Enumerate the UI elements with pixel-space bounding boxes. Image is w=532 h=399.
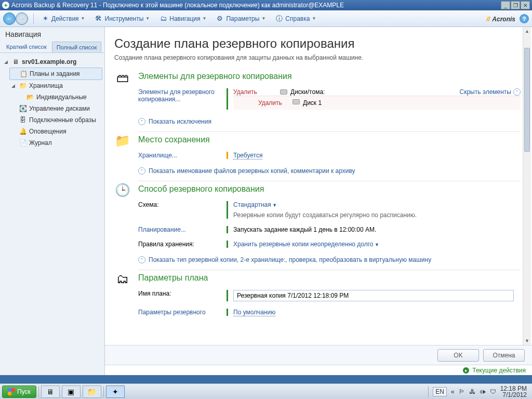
nav-forward-button[interactable]: → [16,12,28,25]
actions-menu[interactable]: ✶ Действия ▼ [39,14,87,24]
scroll-down-icon[interactable]: ▼ [523,337,531,345]
tray-sound-icon[interactable]: 🕪 [480,388,486,395]
tree-label: Планы и задания [30,70,80,77]
vault-icon: 📁 [19,82,27,90]
main-content: Создание плана резервного копирования Со… [105,27,532,375]
gear-icon: ⚙ [216,15,224,23]
page-title: Создание плана резервного копирования [114,36,521,51]
tray-network-icon[interactable]: 🖧 [469,388,475,395]
tree-label: Управление дисками [29,105,90,112]
default-link[interactable]: По умолчанию [233,309,275,316]
vertical-scrollbar[interactable]: ▲ ▼ [523,27,531,345]
minimize-button[interactable]: _ [501,1,510,9]
tools-menu[interactable]: 🛠 Инструменты ▼ [92,14,152,24]
show-backup-type-link[interactable]: ˅ Показать тип резервной копии, 2-е хран… [138,253,521,267]
chevron-down-icon: ▼ [203,16,207,21]
tree-node-plans[interactable]: 📋 Планы и задания [9,68,102,80]
current-tasks-label: Текущие действия [472,367,526,374]
nav-back-button[interactable]: ← [3,12,16,25]
taskbar-acronis-button[interactable]: ✦ [106,385,125,398]
backup-params-link[interactable]: Параметры резервного [138,309,206,316]
section-heading-location: Место сохранения [138,132,521,150]
language-indicator[interactable]: EN [433,387,447,396]
tree-node-individual[interactable]: 📂 Индивидуальные [17,91,102,103]
start-button[interactable]: Пуск [2,385,36,398]
app-icon: ✦ [2,2,9,9]
tree-label: Подключенные образы [29,116,96,124]
tree-node-log[interactable]: 📄 Журнал [9,137,102,149]
taskbar-separator [428,386,429,397]
disk-icon [280,89,287,95]
taskbar-powershell-icon[interactable]: ▣ [62,385,81,398]
scrollbar-thumb[interactable] [524,48,530,152]
help-menu[interactable]: ⓘ Справка ▼ [273,14,318,24]
tray-shield-icon[interactable]: 🛡 [490,388,496,395]
chevron-down-icon: ▼ [81,16,85,21]
plan-name-input[interactable] [233,290,514,301]
tools-label: Инструменты [105,15,144,22]
tab-full-list[interactable]: Полный список [52,42,102,52]
tree-label: Хранилища [29,82,63,89]
tray-expand-icon[interactable]: « [451,388,455,395]
tree-node-vaults[interactable]: ◢ 📁 Хранилища [9,80,102,91]
system-tray: EN « 🏳 🖧 🕪 🛡 12:18 PM 7/1/2012 [428,385,530,398]
tree-node-mounted[interactable]: 🗄 Подключенные образы [9,114,102,126]
taskbar-separator [38,386,39,397]
navigation-menu[interactable]: 🗂 Навигация ▼ [157,14,208,24]
show-backup-type-label: Показать тип резервной копии, 2-е хранил… [149,256,431,263]
start-label: Пуск [17,388,31,395]
navigation-tree: ◢ 🖥 srv01.example.org 📋 Планы и задания … [0,53,104,152]
tree-label: Оповещения [29,128,66,135]
tree-node-alerts[interactable]: 🔔 Оповещения [9,126,102,137]
show-naming-link[interactable]: ˅ Показать именование файлов резервных к… [138,164,521,178]
help-label: Справка [285,15,310,22]
tab-short-list[interactable]: Краткий список [2,42,51,52]
tree-node-disk-mgmt[interactable]: 💽 Управление дисками [9,103,102,114]
section-heading-plan: Параметры плана [138,270,521,288]
tree-root-machine[interactable]: ◢ 🖥 srv01.example.org [2,56,102,68]
restore-button[interactable]: ❐ [511,1,520,9]
folder-icon: 📂 [26,93,34,101]
tree-label: Индивидуальные [36,94,87,101]
options-menu[interactable]: ⚙ Параметры ▼ [214,14,268,24]
items-to-backup-link[interactable]: Элементы для резервного копирования... [138,88,215,103]
ok-button[interactable]: OK [437,349,479,362]
collapse-icon[interactable]: ◢ [4,59,9,64]
status-bar[interactable]: ▸ Текущие действия [105,365,532,375]
schedule-link[interactable]: Планирование... [138,226,186,233]
chevron-down-icon: ˅ [138,256,145,263]
help-button[interactable]: ? [520,14,529,23]
window-title: Acronis Backup & Recovery 11 - Подключен… [11,2,501,9]
vault-link[interactable]: Хранилище... [138,152,177,159]
method-section-icon: 🕒 [114,182,131,198]
close-button[interactable]: ✕ [521,1,530,9]
titlebar: ✦ Acronis Backup & Recovery 11 - Подключ… [0,0,532,10]
schedule-value: Запускать задание каждый 1 день в 12:00:… [233,226,376,233]
taskbar-explorer-icon[interactable]: 📁 [83,385,101,398]
chevron-down-icon: ˅ [138,118,145,125]
chevron-down-icon: ▼ [145,16,150,21]
alert-icon: 🔔 [19,127,27,136]
scheme-dropdown[interactable]: Стандартная [233,201,277,208]
clock[interactable]: 12:18 PM 7/1/2012 [500,385,527,398]
cancel-button[interactable]: Отмена [483,349,525,362]
delete-link[interactable]: Удалить [233,88,280,96]
scroll-up-icon[interactable]: ▲ [523,27,531,35]
show-exclusions-label: Показать исключения [149,118,211,125]
chevron-up-icon: ˄ [513,88,521,96]
tray-flag-icon[interactable]: 🏳 [459,388,465,395]
toolbar-separator [33,14,34,24]
navigation-label: Навигация [169,15,200,22]
taskbar-server-icon[interactable]: 🖥 [41,385,60,398]
show-exclusions-link[interactable]: ˅ Показать исключения [138,115,521,128]
collapse-icon[interactable]: ◢ [11,83,17,88]
actions-icon: ✶ [41,15,49,23]
hide-items-toggle[interactable]: Скрыть элементы ˄ [459,88,521,96]
section-heading-items: Элементы для резервного копирования [138,69,521,86]
delete-disk1-link[interactable]: Удалить [258,99,292,107]
chevron-down-icon: ˅ [138,167,145,175]
chevron-down-icon: ▼ [261,16,265,21]
plan-section-icon: 🗂 [114,271,131,287]
required-link[interactable]: Требуется [233,152,262,159]
retention-dropdown[interactable]: Хранить резервные копии неопределенно до… [233,241,379,248]
